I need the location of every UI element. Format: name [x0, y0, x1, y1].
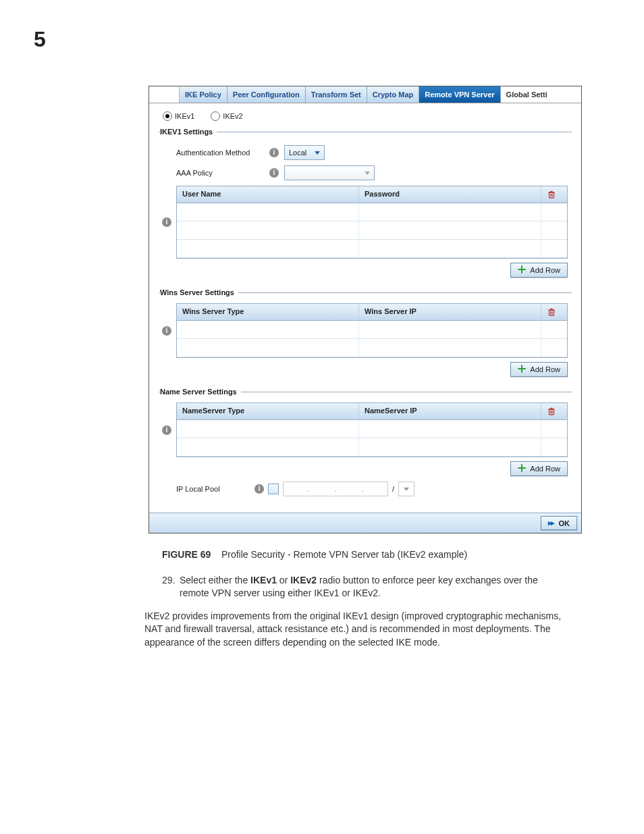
wins-table: i Wins Server Type Wins Server IP	[176, 303, 568, 358]
plus-icon	[518, 265, 526, 275]
table-row[interactable]	[177, 438, 567, 457]
ip-mask-select[interactable]	[398, 481, 414, 496]
ip-local-pool-checkbox[interactable]	[268, 484, 279, 494]
users-col-password: Password	[359, 186, 541, 203]
section-ikev1-settings: IKEV1 Settings Authentication Method i L…	[159, 128, 572, 283]
table-row[interactable]	[177, 203, 567, 221]
tab-crypto-map[interactable]: Crypto Map	[367, 86, 420, 103]
wins-col-ip: Wins Server IP	[359, 304, 541, 320]
info-icon[interactable]: i	[162, 326, 171, 336]
add-row-button[interactable]: Add Row	[510, 362, 568, 377]
step-number: 29.	[162, 574, 180, 600]
section-name-settings: Name Server Settings i NameServer Type N…	[159, 388, 572, 499]
chevron-down-icon	[315, 151, 320, 155]
tab-global-settings[interactable]: Global Setti	[501, 86, 553, 103]
radio-ikev1-label: IKEv1	[175, 112, 194, 120]
table-row[interactable]	[177, 221, 567, 240]
radio-ikev2[interactable]: IKEv2	[211, 111, 242, 121]
users-col-delete	[541, 186, 567, 203]
add-row-label: Add Row	[530, 465, 560, 473]
tab-spacer	[149, 86, 180, 103]
ip-mask-slash: /	[392, 485, 394, 493]
aaa-policy-label: AAA Policy	[176, 169, 264, 177]
tab-ike-policy[interactable]: IKE Policy	[180, 86, 227, 103]
name-col-delete	[541, 403, 567, 419]
plus-icon	[518, 365, 526, 374]
radio-ikev1[interactable]: IKEv1	[163, 111, 194, 121]
ip-local-pool-input[interactable]: . . .	[283, 481, 388, 496]
add-row-button[interactable]: Add Row	[510, 461, 568, 476]
info-icon[interactable]: i	[162, 217, 171, 227]
tab-peer-configuration[interactable]: Peer Configuration	[227, 86, 306, 103]
fast-forward-icon: ▸▸	[548, 519, 554, 527]
section-name-legend: Name Server Settings	[160, 388, 241, 396]
trash-icon[interactable]	[547, 190, 562, 199]
info-icon[interactable]: i	[162, 425, 171, 435]
add-row-button[interactable]: Add Row	[510, 263, 568, 278]
table-row[interactable]	[177, 321, 567, 339]
step-text: Select either the IKEv1 or IKEv2 radio b…	[180, 574, 570, 600]
figure-caption-text: Profile Security - Remote VPN Server tab…	[221, 549, 467, 560]
table-row[interactable]	[177, 240, 567, 258]
name-col-ip: NameServer IP	[359, 403, 541, 419]
tab-transform-set[interactable]: Transform Set	[306, 86, 367, 103]
info-icon[interactable]: i	[254, 484, 264, 494]
figure-number: FIGURE 69	[162, 549, 211, 560]
auth-method-value: Local	[289, 149, 306, 157]
screenshot-panel: IKE Policy Peer Configuration Transform …	[149, 86, 582, 533]
ok-label: OK	[559, 519, 570, 527]
name-col-type: NameServer Type	[177, 403, 359, 419]
users-table: i User Name Password	[176, 186, 568, 259]
svg-rect-0	[549, 192, 554, 198]
table-row[interactable]	[177, 420, 567, 438]
add-row-label: Add Row	[530, 266, 560, 274]
add-row-label: Add Row	[530, 365, 560, 373]
chevron-down-icon	[365, 172, 370, 175]
ip-local-pool-label: IP Local Pool	[176, 485, 250, 493]
users-col-username: User Name	[177, 186, 359, 203]
paragraph: IKEv2 provides improvements from the ori…	[144, 610, 570, 650]
section-wins-legend: Wins Server Settings	[160, 288, 238, 296]
plus-icon	[518, 464, 526, 473]
ok-button[interactable]: ▸▸ OK	[541, 516, 578, 530]
trash-icon[interactable]	[547, 307, 562, 317]
section-wins-settings: Wins Server Settings i Wins Server Type …	[159, 288, 572, 382]
section-ikev1-legend: IKEV1 Settings	[160, 128, 217, 136]
wins-col-delete	[541, 304, 567, 320]
aaa-policy-select[interactable]	[284, 165, 375, 180]
nameserver-table: i NameServer Type NameServer IP	[176, 402, 568, 457]
page-number: 5	[34, 27, 610, 52]
info-icon[interactable]: i	[269, 148, 279, 157]
wins-col-type: Wins Server Type	[177, 304, 359, 320]
table-row[interactable]	[177, 339, 567, 357]
footer-bar: ▸▸ OK	[149, 513, 581, 533]
svg-rect-2	[549, 409, 554, 415]
svg-rect-1	[549, 310, 554, 315]
tab-remote-vpn-server[interactable]: Remote VPN Server	[419, 86, 500, 103]
document-body: FIGURE 69 Profile Security - Remote VPN …	[162, 548, 570, 650]
trash-icon[interactable]	[547, 407, 562, 416]
info-icon[interactable]: i	[269, 168, 279, 178]
tab-bar: IKE Policy Peer Configuration Transform …	[149, 86, 581, 103]
auth-method-select[interactable]: Local	[284, 145, 325, 160]
radio-ikev2-label: IKEv2	[223, 112, 242, 120]
auth-method-label: Authentication Method	[176, 149, 264, 157]
